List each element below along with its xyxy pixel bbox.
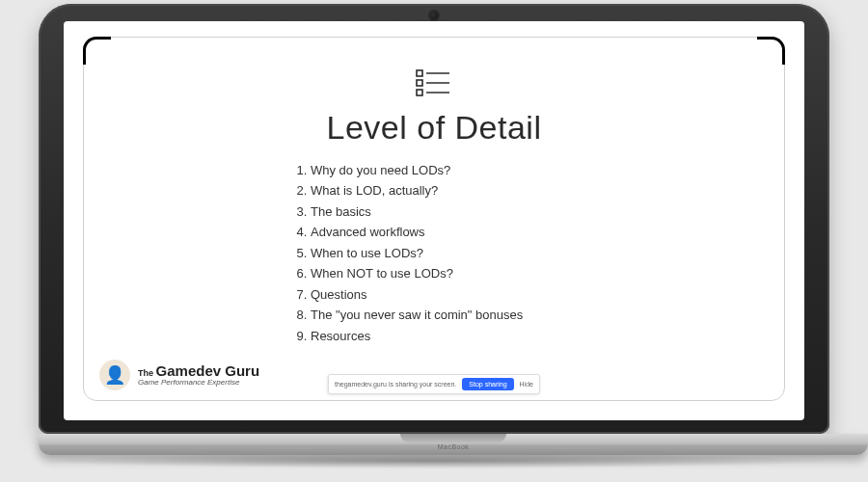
stop-sharing-button[interactable]: Stop sharing	[462, 378, 513, 390]
list-item: When NOT to use LODs?	[311, 263, 579, 283]
slide-content: Level of Detail Why do you need LODs? Wh…	[84, 38, 784, 400]
bullet-list-icon	[415, 68, 453, 101]
list-item: Questions	[311, 284, 579, 305]
presentation-slide: Level of Detail Why do you need LODs? Wh…	[83, 37, 785, 401]
list-item: The basics	[311, 201, 579, 222]
share-status-text: thegamedev.guru is sharing your screen.	[335, 381, 456, 388]
laptop-hinge: MacBook	[39, 434, 868, 455]
screen-share-bar: thegamedev.guru is sharing your screen. …	[328, 374, 540, 394]
list-item: What is LOD, actually?	[311, 180, 579, 201]
laptop-screen: Level of Detail Why do you need LODs? Wh…	[64, 21, 804, 420]
macbook-mockup: Level of Detail Why do you need LODs? Wh…	[39, 4, 829, 469]
list-item: Resources	[311, 326, 579, 346]
brand-tagline: Game Performance Expertise	[138, 379, 259, 387]
avatar: 👤	[99, 360, 130, 390]
brand-text: The Gamedev Guru Game Performance Expert…	[138, 363, 259, 387]
hinge-notch	[400, 434, 506, 442]
camera-icon	[430, 12, 438, 19]
svg-rect-0	[417, 70, 422, 76]
hide-sharebar-button[interactable]: Hide	[520, 381, 533, 388]
laptop-shadow	[39, 453, 829, 469]
slide-title: Level of Detail	[327, 109, 542, 147]
table-of-contents: Why do you need LODs? What is LOD, actua…	[289, 160, 579, 346]
device-label: MacBook	[438, 443, 470, 450]
svg-rect-4	[417, 90, 422, 95]
brand-badge: 👤 The Gamedev Guru Game Performance Expe…	[99, 360, 259, 390]
list-item: Why do you need LODs?	[311, 160, 579, 180]
list-item: The "you never saw it comin" bonuses	[311, 305, 579, 325]
list-item: Advanced workflows	[311, 222, 579, 242]
svg-rect-2	[417, 80, 422, 86]
brand-name: The Gamedev Guru	[138, 363, 259, 379]
list-item: When to use LODs?	[311, 243, 579, 263]
laptop-lid: Level of Detail Why do you need LODs? Wh…	[39, 4, 829, 434]
